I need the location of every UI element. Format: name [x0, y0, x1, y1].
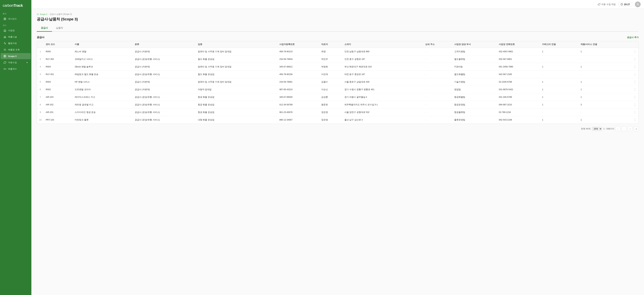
timer-icon — [620, 3, 623, 5]
cell-prod-link: - — [578, 109, 623, 116]
topbar: 자동 수집 작업 29:27 — [31, 0, 644, 9]
svg-rect-1 — [5, 18, 6, 19]
cell-address: 인천 중구 공항로 187 — [342, 55, 423, 63]
auto-collect-label: 자동수집 — [8, 61, 17, 64]
row-more-button[interactable]: ⋮ — [623, 93, 638, 101]
page-title: 공급사·납품처 (Scope 3) — [37, 17, 638, 22]
sidebar-item-auto-collect[interactable]: 자동수집 ▼ — [1, 59, 31, 66]
cell-category: 공급사 (자본재) — [133, 86, 196, 93]
activity-icon — [3, 42, 6, 45]
cell-detail-address: - — [423, 71, 452, 78]
prev-page-button[interactable]: ‹ — [622, 126, 626, 131]
user-avatar[interactable] — [635, 1, 641, 7]
svg-rect-4 — [4, 37, 5, 38]
table-row: 2 RLF-302 코레일카고 서비스 공급사 (운송/유통 서비스) 철도 화… — [37, 55, 638, 63]
sidebar-item-emission-calc[interactable]: 배출계수 — [1, 66, 31, 72]
cell-industry: 컴퓨터 및 사무용 기계·장비 임대업 — [196, 78, 278, 86]
cell-address: 울산 남구 삼산로 3 — [342, 116, 423, 124]
cell-code: RLF-302 — [44, 55, 73, 63]
cell-category: 공급사 (운송/유통 서비스) — [133, 109, 196, 116]
sidebar-item-business[interactable]: 사업장 — [1, 27, 31, 33]
cell-detail-address: - — [423, 86, 452, 93]
row-more-button[interactable]: ⋮ — [623, 86, 638, 93]
cell-prod-link: - — [578, 55, 623, 63]
breadcrumb-scope3[interactable]: Scope 3 — [40, 13, 47, 15]
cell-dept: 항공화물팀 — [452, 93, 497, 101]
per-page-select[interactable]: 10개 20개 50개 — [592, 127, 602, 131]
cell-name: 제트윙 글로벌 카고 — [73, 101, 133, 109]
logo-track: Track — [14, 3, 23, 7]
row-more-button[interactable]: ⋮ — [623, 78, 638, 86]
svg-rect-2 — [4, 19, 5, 20]
cell-industry: 항공 화물 운송업 — [196, 109, 278, 116]
cell-code: AIR-202 — [44, 101, 73, 109]
cell-detail-address: - — [423, 109, 452, 116]
row-more-button[interactable]: ⋮ — [623, 48, 638, 55]
cell-dept: 고객지원팀 — [452, 48, 497, 55]
table-row: 6 R002 오토렌탈 코리아 공급사 (자본재) 자동차 임대업 987-65… — [37, 86, 638, 93]
cell-no: 5 — [37, 78, 44, 86]
cell-no: 8 — [37, 101, 44, 109]
sidebar-item-activity-data[interactable]: 활동자료 — [1, 40, 31, 46]
auto-collect-icon — [3, 61, 6, 64]
cell-phone: 031-9876-5432 — [497, 86, 540, 93]
row-more-button[interactable]: ⋮ — [623, 109, 638, 116]
cell-prod-link: 1 — [578, 78, 623, 86]
cell-name: 스카이라인 항공 운송 — [73, 109, 133, 116]
tab-supplier[interactable]: 공급사 — [37, 25, 52, 32]
cell-dept: 항공물류팀 — [452, 109, 497, 116]
cell-name: 레노버 렌탈 — [73, 48, 133, 55]
cell-cat-link: - — [540, 55, 578, 63]
business-icon — [3, 29, 6, 32]
cell-address: 서울 종로구 삼일대로 430 — [342, 78, 423, 86]
cell-name: HP 렌탈 서비스 — [73, 78, 133, 86]
sidebar-item-emission-facility[interactable]: 배출시설 — [1, 34, 31, 40]
page-content: Scope 3 / 공급사·납품처 (Scope 3) 공급사·납품처 (Sco… — [31, 9, 644, 295]
last-page-button[interactable]: » — [634, 126, 638, 131]
timer-value: 29:27 — [624, 3, 630, 6]
timer-display: 29:27 — [618, 2, 632, 7]
cell-address: 제주특별자치도 제주시 은수길 5-1 — [342, 101, 423, 109]
logo-carbon: carbon — [3, 3, 14, 7]
add-supplier-button[interactable]: 공급사 추가 — [627, 36, 638, 39]
cell-name: 레일링크 철도 화물 운송 — [73, 71, 133, 78]
cell-rep: 박진우 — [319, 55, 342, 63]
table-row: 5 R003 HP 렌탈 서비스 공급사 (자본재) 컴퓨터 및 사무용 기계·… — [37, 78, 638, 86]
sidebar-item-emission-inquiry[interactable]: 배출량 조회 — [1, 47, 31, 53]
cell-phone: 042-567-2345 — [497, 71, 540, 78]
section-title: 공급사 — [37, 36, 44, 39]
cell-code: R004 — [44, 63, 73, 71]
cell-address: 대전 동구 중앙로 187 — [342, 71, 423, 78]
tab-vendor[interactable]: 납품처 — [52, 25, 67, 32]
sidebar-item-scope3[interactable]: Scope 3 — [1, 53, 31, 59]
col-prod-link: 제품/서비스 연결 — [578, 41, 623, 48]
cell-industry: 자동차 임대업 — [196, 86, 278, 93]
row-more-button[interactable]: ⋮ — [623, 116, 638, 124]
row-more-button[interactable]: ⋮ — [623, 101, 638, 109]
calc-label: 배출계수 — [8, 67, 17, 70]
row-more-button[interactable]: ⋮ — [623, 63, 638, 71]
cell-phone: 032-4567-8901 — [497, 48, 540, 55]
cell-address: 부산 해운대구 해운대로 319 — [342, 63, 423, 71]
cell-cat-link: 1 — [540, 63, 578, 71]
sidebar-section-manage: 관리 — [0, 22, 31, 27]
cell-no: 9 — [37, 109, 44, 116]
svg-point-5 — [4, 49, 5, 50]
cell-dept: 기술지원팀 — [452, 78, 497, 86]
cell-category: 공급사 (자본재) — [133, 63, 196, 71]
sidebar-section-stats: 통계 — [0, 10, 31, 16]
table-row: 3 R004 ZBook 렌탈 솔루션 공급사 (자본재) 컴퓨터 및 사무용 … — [37, 63, 638, 71]
sidebar: carbonTrack 통계 대시보드 관리 사업장 배출시설 활동자료 배출량… — [0, 0, 31, 295]
cell-phone: 02-2345-6789 — [497, 78, 540, 86]
sidebar-item-dashboard[interactable]: 대시보드 — [1, 16, 31, 22]
next-page-button[interactable]: › — [628, 126, 632, 131]
cell-industry: 철도 화물 운송업 — [196, 55, 278, 63]
col-rep: 대표자 — [319, 41, 342, 48]
app-logo[interactable]: carbonTrack — [0, 0, 31, 10]
row-more-button[interactable]: ⋮ — [623, 71, 638, 78]
cell-category: 공급사 (운송/유통 서비스) — [133, 55, 196, 63]
cell-rep: 김성훈 — [319, 93, 342, 101]
first-page-button[interactable]: « — [616, 126, 620, 131]
row-more-button[interactable]: ⋮ — [623, 55, 638, 63]
svg-point-12 — [637, 3, 638, 4]
